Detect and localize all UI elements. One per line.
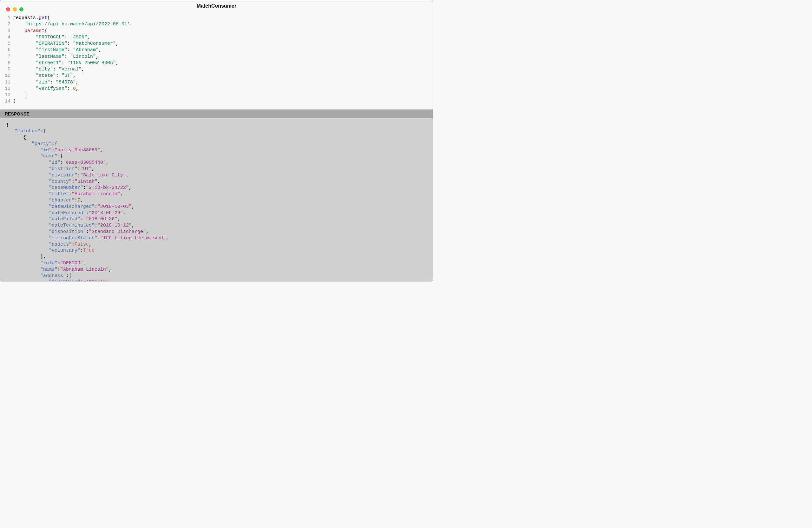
json-line: "dateEntered":"2018-06-26",	[6, 210, 427, 216]
json-line: },	[6, 254, 427, 260]
json-line: "caseNumber":"2:18-bk-24722",	[6, 185, 427, 191]
json-line: "dateTerminated":"2018-10-12",	[6, 223, 427, 229]
json-line: "dateDischarged":"2018-10-03",	[6, 204, 427, 210]
json-line: "matches":[	[6, 128, 427, 134]
json-line: "voluntary":True	[6, 247, 427, 254]
line-number: 8	[0, 60, 13, 66]
code-line: 7 "lastName": "Lincoln",	[0, 54, 433, 60]
code-line: 1requests.get(	[0, 15, 433, 21]
json-line: "address":{	[6, 273, 427, 279]
json-line: {	[6, 122, 427, 129]
request-code[interactable]: 1requests.get(2 'https://api.bk.watch/ap…	[0, 12, 433, 110]
json-line: "name":"Abraham Lincoln",	[6, 267, 427, 273]
line-number: 14	[0, 98, 13, 105]
json-line: "disposition":"Standard Discharge",	[6, 229, 427, 235]
json-line: "dateFiled":"2018-06-26",	[6, 216, 427, 223]
window-frame: MatchConsumer 1requests.get(2 'https://a…	[0, 0, 433, 282]
titlebar: MatchConsumer	[0, 0, 433, 12]
line-number: 4	[0, 34, 13, 41]
json-line: "division":"Salt Lake City",	[6, 172, 427, 179]
response-header: RESPONSE	[0, 110, 433, 118]
code-line: 4 "PROTOCOL": "JSON",	[0, 34, 433, 41]
line-number: 9	[0, 66, 13, 73]
window-title: MatchConsumer	[0, 3, 433, 9]
line-number: 6	[0, 47, 13, 53]
json-line: "id":"party-9bc38689",	[6, 147, 427, 154]
response-body[interactable]: { "matches":[ { "party":{ "id":"party-9b…	[0, 118, 433, 282]
code-line: 13 }	[0, 92, 433, 98]
json-line: "party":{	[6, 141, 427, 147]
line-number: 1	[0, 15, 13, 21]
json-line: "role":"DEBTOR",	[6, 260, 427, 267]
json-line: "firstName":"Abraham",	[6, 279, 427, 281]
minimize-icon[interactable]	[13, 7, 17, 11]
code-line: 6 "firstName": "Abraham",	[0, 47, 433, 53]
code-line: 9 "city": "Vernal",	[0, 66, 433, 73]
code-line: 8 "street1": "110N 2500W B305",	[0, 60, 433, 66]
code-line: 12 "verifySsn": 0,	[0, 86, 433, 92]
line-number: 7	[0, 54, 13, 60]
json-line: "assets":False,	[6, 241, 427, 248]
code-line: 5 "OPERATION": "MatchConsumer",	[0, 41, 433, 47]
line-number: 2	[0, 21, 13, 28]
json-line: "case":{	[6, 153, 427, 160]
code-line: 14)	[0, 98, 433, 105]
line-number: 12	[0, 86, 13, 92]
maximize-icon[interactable]	[19, 7, 24, 11]
line-number: 5	[0, 41, 13, 47]
json-line: "district":"UT",	[6, 166, 427, 172]
json-line: "id":"case-83095440",	[6, 160, 427, 166]
line-number: 10	[0, 73, 13, 79]
line-number: 11	[0, 79, 13, 86]
code-line: 3 params={	[0, 28, 433, 34]
json-line: "county":"Uintah",	[6, 179, 427, 185]
line-number: 13	[0, 92, 13, 98]
json-line: "chapter":7,	[6, 197, 427, 204]
line-number: 3	[0, 28, 13, 34]
json-line: {	[6, 134, 427, 141]
traffic-lights	[6, 7, 24, 11]
code-line: 10 "state": "UT",	[0, 73, 433, 79]
close-icon[interactable]	[6, 7, 10, 11]
json-line: "title":"Abraham Lincoln",	[6, 191, 427, 197]
json-line: "filingFeeStatus":"IFP filing fee waived…	[6, 235, 427, 241]
code-line: 2 'https://api.bk.watch/api/2022-08-01',	[0, 21, 433, 28]
code-line: 11 "zip": "84078",	[0, 79, 433, 86]
